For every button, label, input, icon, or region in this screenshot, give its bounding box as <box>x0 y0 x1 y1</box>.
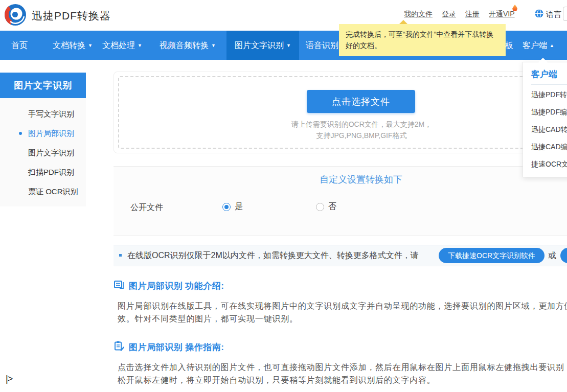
chevron-up-icon: ▲ <box>550 43 554 48</box>
intro-line2: 效。针对不同类型的图片，都可实现一键识别。 <box>118 312 567 325</box>
download-alt-software-button[interactable] <box>560 248 567 263</box>
my-files-tooltip: 完成转换后，可至“我的文件”中查看并下载转换好的文档。 <box>339 24 506 56</box>
select-file-button[interactable]: 点击选择文件 <box>307 90 415 113</box>
guide-line2: 松开鼠标左健时，将立即开始自动识别，只要稍等片刻就能看到识别后的文字内容。 <box>118 374 567 386</box>
brand-title: 迅捷PDF转换器 <box>32 9 111 23</box>
notice-bar: 在线版OCR识别仅限于2M以内文件，如需转换更大文件、转换更多格式文件，请 下载… <box>114 245 567 266</box>
radio-selected-icon <box>222 203 231 211</box>
register-link[interactable]: 注册 <box>465 10 480 19</box>
dropdown-item-pdf-editor[interactable]: 迅捷PDF编辑器 <box>523 104 567 120</box>
nav-item-doc-process[interactable]: 文档处理▼ <box>102 31 142 60</box>
client-dropdown-menu: 客户端 迅捷PDF转换器 迅捷PDF编辑器 迅捷CAD转换器 迅捷CAD编辑器 … <box>523 62 567 177</box>
sidebar-item-image-region-ocr[interactable]: 图片局部识别 <box>0 124 86 143</box>
intro-paragraph: 图片局部识别在线版工具，可在线实现将图片中的文字识别成文字并自动呈现的功能，选择… <box>118 299 567 325</box>
nav-item-speech[interactable]: 语音识别 <box>306 31 338 60</box>
clipboard-pen-icon <box>114 340 125 354</box>
conversion-settings-panel: 自定义设置转换如下 公开文件 是 否 <box>114 166 567 236</box>
dropdown-title: 客户端 <box>523 62 567 84</box>
sidebar-item-handwriting-ocr[interactable]: 手写文字识别 <box>0 104 86 124</box>
bullet-icon <box>119 254 122 257</box>
dropdown-item-cad-editor[interactable]: 迅捷CAD编辑器 <box>523 139 567 154</box>
radio-unselected-icon <box>316 203 324 211</box>
flame-icon <box>512 5 517 11</box>
nav-item-image-ocr-active[interactable]: 图片文字识别▼ <box>226 31 299 60</box>
globe-icon <box>535 9 543 20</box>
public-file-setting-row: 公开文件 是 否 <box>114 198 567 217</box>
radio-public-no[interactable]: 否 <box>316 201 336 212</box>
guide-line1: 点击选择文件加入待识别的图片文件，也可直接拖动图片文件添加，然后在用鼠标在图片上… <box>118 361 567 374</box>
sidebar-item-ticket-ocr[interactable]: 票证 OCR识别 <box>0 182 86 201</box>
notice-text: 在线版OCR识别仅限于2M以内文件，如需转换更大文件、转换更多格式文件，请 <box>127 250 419 261</box>
nav-item-partial[interactable]: 板 <box>505 31 513 60</box>
sidebar-menu: 手写文字识别 图片局部识别 图片文字识别 扫描PDF识别 票证 OCR识别 <box>0 98 86 206</box>
nav-item-client[interactable]: 客户端▲ <box>523 31 554 60</box>
chevron-down-icon: ▼ <box>88 43 93 48</box>
login-link[interactable]: 登录 <box>442 10 456 19</box>
chevron-down-icon: ▼ <box>286 43 291 48</box>
upload-hint-line2: 支持JPG,PNG,BMP,GIF格式 <box>114 131 567 141</box>
settings-title: 自定义设置转换如下 <box>114 173 567 186</box>
radio-public-yes[interactable]: 是 <box>222 201 243 212</box>
my-files-link[interactable]: 我的文件 <box>404 10 433 19</box>
dropdown-item-pdf-converter[interactable]: 迅捷PDF转换器 <box>523 87 567 102</box>
divider <box>531 84 567 85</box>
active-dot-icon <box>19 132 22 135</box>
download-ocr-software-button[interactable]: 下载捷速OCR文字识别软件 <box>439 248 545 263</box>
guide-section-heading: 图片局部识别 操作指南: <box>114 340 224 354</box>
dropdown-item-ocr-software[interactable]: 捷速OCR文字识别 <box>523 156 567 172</box>
public-file-label: 公开文件 <box>130 202 163 213</box>
upload-panel: 点击选择文件 请上传需要识别的OCR文件，最大支持2M， 支持JPG,PNG,B… <box>114 72 567 153</box>
nav-item-av-convert[interactable]: 视频音频转换▼ <box>160 31 216 60</box>
sidebar-title: 图片文字识别 <box>0 73 86 98</box>
brand-logo-link[interactable]: 迅捷PDF转换器 <box>4 4 111 28</box>
language-select-button[interactable] <box>563 7 567 21</box>
sidebar-item-image-text-ocr[interactable]: 图片文字识别 <box>0 143 86 163</box>
chevron-down-icon: ▼ <box>138 43 142 48</box>
intro-line1: 图片局部识别在线版工具，可在线实现将图片中的文字识别成文字并自动呈现的功能，选择… <box>118 299 567 312</box>
vip-link[interactable]: 开通VIP <box>489 10 515 19</box>
notice-or-label: 或 <box>548 250 556 261</box>
nav-item-doc-convert[interactable]: 文档转换▼ <box>53 31 93 60</box>
app-logo-icon <box>4 4 27 28</box>
nav-item-home[interactable]: 首页 <box>11 31 28 60</box>
language-label: 语言 <box>546 10 561 19</box>
chevron-down-icon: ▼ <box>211 43 216 48</box>
sidebar-item-scan-pdf-ocr[interactable]: 扫描PDF识别 <box>0 163 86 182</box>
guide-paragraph: 点击选择文件加入待识别的图片文件，也可直接拖动图片文件添加，然后在用鼠标在图片上… <box>118 361 567 386</box>
upload-hint-line1: 请上传需要识别的OCR文件，最大支持2M， <box>114 120 567 129</box>
intro-section-heading: 图片局部识别 功能介绍: <box>114 279 224 292</box>
document-lines-icon <box>114 279 125 292</box>
dropdown-item-cad-converter[interactable]: 迅捷CAD转换器 <box>523 122 567 137</box>
side-panel-toggle[interactable]: |> <box>6 374 12 384</box>
